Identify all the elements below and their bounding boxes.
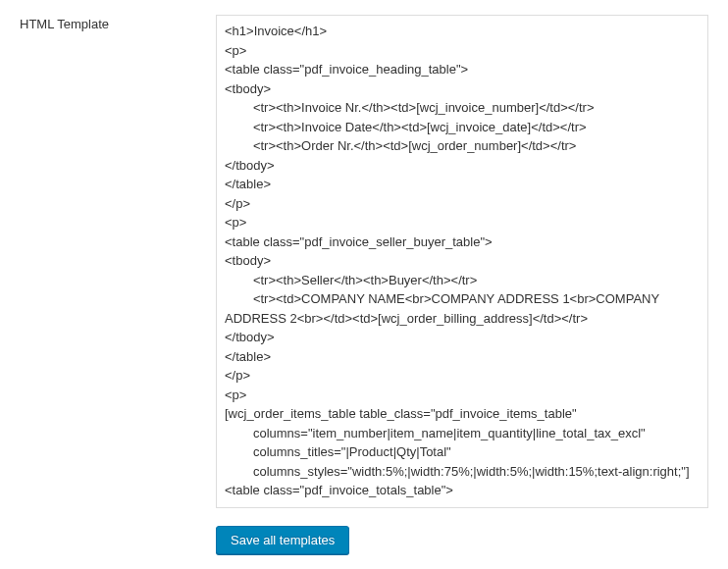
form-field <box>216 15 708 508</box>
button-row: Save all templates <box>0 508 728 569</box>
form-row: HTML Template <box>0 0 728 508</box>
textarea-wrapper <box>216 15 708 508</box>
html-template-label: HTML Template <box>20 15 216 31</box>
save-all-templates-button[interactable]: Save all templates <box>216 526 349 554</box>
html-template-textarea[interactable] <box>217 16 707 504</box>
